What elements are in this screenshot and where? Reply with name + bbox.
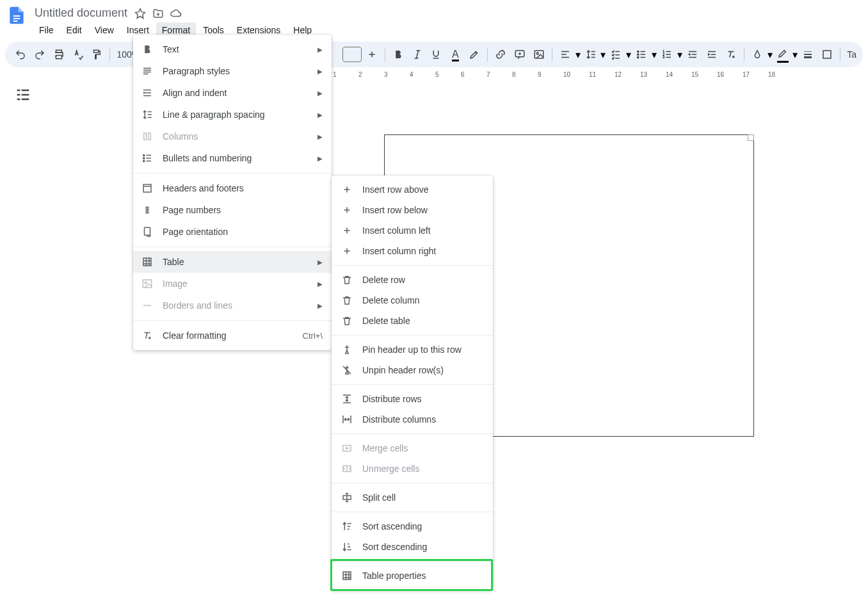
merge-cells-icon [341,442,353,455]
menu-item-label: Distribute rows [362,394,422,404]
delete-column-icon [341,294,353,307]
align-and-indent-icon [141,86,154,99]
paint-format-button[interactable] [88,45,106,63]
border-dash-button[interactable] [818,45,836,63]
table-submenu-insert-row-below[interactable]: Insert row below [332,200,493,220]
menu-separator [332,265,493,266]
menu-file[interactable]: File [33,22,60,38]
add-comment-button[interactable] [511,45,529,63]
ruler-area: 123456789101112131415161718 [0,69,868,84]
print-button[interactable] [50,45,68,63]
format-menu-bullets-and-numbering[interactable]: Bullets and numbering▶ [133,147,332,169]
table-submenu-distribute-columns[interactable]: Distribute columns [332,409,493,430]
table-submenu-delete-column[interactable]: Delete column [332,290,493,311]
italic-button[interactable] [408,45,426,63]
format-menu-page-numbers[interactable]: Page numbers [133,199,332,221]
split-cell-icon [341,491,353,504]
clear-formatting-button[interactable] [722,45,740,63]
svg-rect-0 [13,15,20,17]
font-size-box[interactable] [342,47,362,62]
ruler-mark: 3 [384,71,388,78]
table-icon [141,255,154,268]
checklist-button[interactable] [607,45,625,63]
svg-rect-20 [145,227,150,235]
table-handle-icon[interactable] [748,134,754,141]
table-submenu-merge-cells: Merge cells [332,438,493,458]
table-submenu-split-cell[interactable]: Split cell [332,487,493,508]
table-submenu-unpin-header-row-s-[interactable]: Unpin header row(s) [332,360,493,380]
increase-indent-button[interactable] [703,45,721,63]
table-submenu-insert-column-left[interactable]: Insert column left [332,220,493,241]
menu-item-label: Clear formatting [163,330,227,341]
format-menu-clear-formatting[interactable]: Clear formattingCtrl+\ [133,325,332,346]
ruler-mark: 5 [435,71,439,78]
redo-button[interactable] [31,45,49,63]
format-menu-text[interactable]: Text▶ [133,38,332,60]
svg-rect-21 [143,258,151,266]
insert-image-button[interactable] [530,45,548,63]
toolbar-tab-label[interactable]: Ta [844,49,856,60]
horizontal-ruler[interactable]: 123456789101112131415161718 [333,69,868,81]
numbered-list-button[interactable]: 123 [658,45,676,63]
table-submenu-distribute-rows[interactable]: Distribute rows [332,389,493,409]
docs-logo[interactable] [5,4,28,27]
format-menu-page-orientation[interactable]: Page orientation [133,221,332,243]
fill-color-button[interactable] [748,45,766,63]
underline-button[interactable] [427,45,445,63]
highlight-color-button[interactable] [465,45,483,63]
line-spacing-button[interactable] [582,45,600,63]
format-menu-columns: Columns▶ [133,126,332,147]
cloud-status-icon[interactable] [170,7,182,20]
table-submenu-pin-header-up-to-this-row[interactable]: Pin header up to this row [332,339,493,360]
format-menu-align-and-indent[interactable]: Align and indent▶ [133,82,332,104]
format-menu-table[interactable]: Table▶ [133,251,332,273]
distribute-columns-icon [341,413,353,426]
align-button[interactable] [556,45,574,63]
format-menu-line-paragraph-spacing[interactable]: Line & paragraph spacing▶ [133,104,332,126]
menu-item-label: Columns [163,131,198,142]
spellcheck-button[interactable] [69,45,87,63]
table-submenu-delete-table[interactable]: Delete table [332,311,493,331]
menu-view[interactable]: View [89,22,120,38]
svg-rect-5 [94,50,99,53]
menu-item-label: Insert column right [362,246,436,256]
chevron-right-icon: ▶ [317,68,323,75]
format-menu-paragraph-styles[interactable]: Paragraph styles▶ [133,60,332,82]
document-title[interactable]: Untitled document [33,5,129,21]
table-submenu-sort-descending[interactable]: Sort descending [332,537,493,557]
table-submenu-delete-row[interactable]: Delete row [332,270,493,290]
chevron-right-icon: ▶ [317,280,323,288]
menu-edit[interactable]: Edit [61,22,88,38]
line-paragraph-spacing-icon [141,108,154,121]
app-header: Untitled document File Edit View Insert … [0,0,868,42]
text-color-button[interactable]: A [446,45,464,63]
move-icon[interactable] [152,7,165,20]
menu-item-label: Unmerge cells [362,464,419,474]
delete-row-icon [341,273,353,286]
chevron-right-icon: ▶ [317,302,323,309]
menu-separator [332,483,493,483]
format-menu-headers-and-footers[interactable]: Headers and footers [133,177,332,199]
border-color-button[interactable] [774,45,792,63]
page-numbers-icon [141,204,154,216]
table-submenu-table-properties[interactable]: Table properties [332,565,493,586]
show-outline-button[interactable] [14,86,32,104]
bulleted-list-button[interactable] [632,45,650,63]
table-submenu-insert-row-above[interactable]: Insert row above [332,179,493,200]
menu-item-label: Delete table [362,316,410,326]
ruler-mark: 7 [486,71,490,78]
bold-button[interactable] [389,45,407,63]
font-size-increase-button[interactable] [363,45,381,63]
star-icon[interactable] [134,7,147,20]
table-submenu-insert-column-right[interactable]: Insert column right [332,241,493,261]
svg-rect-27 [343,572,351,580]
undo-button[interactable] [12,45,29,63]
border-width-button[interactable] [799,45,817,63]
bullets-and-numbering-icon [141,152,154,165]
ruler-mark: 6 [461,71,465,78]
menu-item-label: Table properties [362,571,426,581]
decrease-indent-button[interactable] [684,45,702,63]
insert-link-button[interactable] [492,45,510,63]
table-submenu-sort-ascending[interactable]: Sort ascending [332,516,493,537]
ruler-mark: 4 [410,71,414,78]
